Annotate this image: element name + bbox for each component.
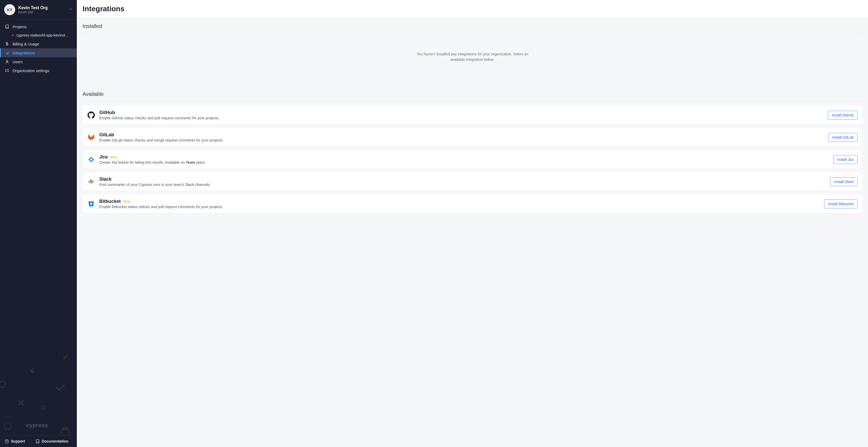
book-icon [35, 439, 40, 443]
integration-info: Slack Post summaries of your Cypress run… [99, 176, 830, 187]
integration-title: GitLab [99, 132, 114, 138]
book-icon [5, 24, 9, 29]
integration-info: Jira Beta Create Jira tickets for failin… [99, 154, 833, 165]
x-icon: ✕ [11, 34, 14, 37]
main: Integrations Installed You haven't insta… [77, 0, 868, 447]
integration-card-gitlab: GitLab Enable GitLab status checks and m… [83, 128, 862, 146]
integration-desc: Create Jira tickets for failing test res… [99, 160, 833, 165]
sidebar-item-billing[interactable]: Billing & Usage [0, 39, 77, 48]
bitbucket-icon [87, 200, 95, 208]
integration-info: Bitbucket Beta Enable Bitbucket status c… [99, 199, 824, 209]
support-link[interactable]: Support [5, 439, 25, 443]
footer-label: Documentation [42, 439, 68, 443]
org-user: Kevin Old [18, 10, 69, 14]
org-switcher[interactable]: KT Kevin Test Org Kevin Old [0, 0, 77, 20]
page-header: Integrations [77, 0, 868, 18]
nav-label: Users [12, 60, 23, 64]
nav-label: Integrations [12, 50, 35, 55]
dollar-icon [5, 41, 9, 46]
svg-point-1 [6, 60, 7, 62]
section-title-installed: Installed [83, 23, 862, 33]
sidebar-item-users[interactable]: Users [0, 57, 77, 66]
nav-label: Projects [12, 25, 27, 29]
integration-desc: Enable GitLab status checks and merge re… [99, 138, 828, 142]
sidebar: KT Kevin Test Org Kevin Old Projects ✕ c… [0, 0, 77, 447]
sliders-icon [5, 68, 9, 73]
plug-icon [5, 50, 9, 55]
nav: Projects ✕ cypress-realworld-app-kevinol… [0, 20, 77, 435]
empty-state: You haven't installed any integrations f… [407, 33, 538, 81]
github-icon [87, 111, 95, 119]
user-icon [5, 59, 9, 64]
integration-desc: Post summaries of your Cypress runs to y… [99, 182, 830, 187]
integration-title: Bitbucket [99, 199, 121, 204]
install-bitbucket-button[interactable]: Install Bitbucket [824, 200, 858, 208]
install-jira-button[interactable]: Install Jira [833, 155, 858, 164]
sidebar-item-project[interactable]: ✕ cypress-realworld-app-kevinol... [0, 31, 77, 39]
integration-title: Jira [99, 154, 107, 160]
footer-links: Support Documentation [0, 435, 77, 447]
integration-desc: Enable GitHub status checks and pull req… [99, 116, 828, 120]
nav-label: Billing & Usage [12, 42, 39, 46]
page-title: Integrations [83, 5, 862, 13]
install-gitlab-button[interactable]: Install GitLab [828, 133, 858, 142]
help-icon [5, 439, 9, 443]
cypress-logo: cypress [26, 422, 48, 429]
sidebar-item-projects[interactable]: Projects [0, 22, 77, 31]
available-section: Available GitHub Enable GitHub status ch… [77, 86, 868, 222]
sidebar-item-org-settings[interactable]: Organization settings [0, 66, 77, 75]
integration-card-jira: Jira Beta Create Jira tickets for failin… [83, 150, 862, 169]
integration-title: Slack [99, 176, 112, 182]
install-slack-button[interactable]: Install Slack [830, 177, 858, 186]
org-info: Kevin Test Org Kevin Old [18, 5, 69, 14]
beta-badge: Beta [123, 200, 130, 203]
integration-title: GitHub [99, 110, 115, 115]
slack-icon [87, 178, 95, 186]
chevron-down-icon [69, 7, 73, 12]
installed-section: Installed You haven't installed any inte… [77, 18, 868, 86]
integration-card-bitbucket: Bitbucket Beta Enable Bitbucket status c… [83, 195, 862, 213]
nav-label: cypress-realworld-app-kevinol... [17, 33, 68, 37]
org-name: Kevin Test Org [18, 5, 69, 10]
gitlab-icon [87, 133, 95, 141]
install-github-button[interactable]: Install GitHub [828, 111, 858, 119]
avatar: KT [4, 4, 15, 15]
beta-badge: Beta [110, 155, 117, 159]
integration-info: GitLab Enable GitLab status checks and m… [99, 132, 828, 142]
jira-icon [87, 156, 95, 164]
section-title-available: Available [83, 91, 862, 101]
integration-info: GitHub Enable GitHub status checks and p… [99, 110, 828, 120]
integration-card-github: GitHub Enable GitHub status checks and p… [83, 106, 862, 124]
integration-card-slack: Slack Post summaries of your Cypress run… [83, 172, 862, 191]
sidebar-item-integrations[interactable]: Integrations [0, 48, 77, 57]
docs-link[interactable]: Documentation [35, 439, 68, 443]
integration-desc: Enable Bitbucket status checks and pull … [99, 205, 824, 209]
nav-label: Organization settings [12, 68, 50, 73]
footer-label: Support [11, 439, 25, 443]
